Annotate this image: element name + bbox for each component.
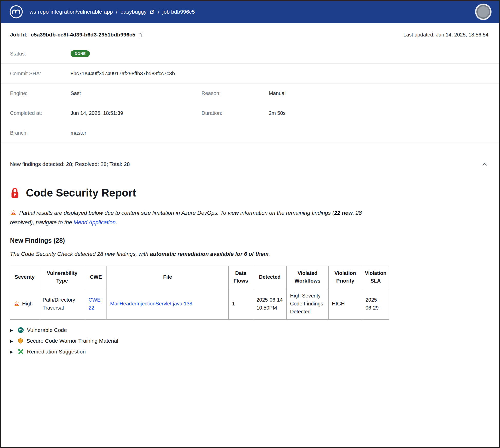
vulnerable-code-icon	[18, 327, 24, 333]
file-cell: MailHeaderInjectionServlet.java:138	[107, 288, 229, 320]
findings-header-row: Severity Vulnerability Type CWE File Dat…	[10, 266, 389, 288]
expander-label: Remediation Suggestion	[27, 349, 86, 355]
field-row-commit: Commit SHA: 8bc71e449ff3d749917af298ffb3…	[1, 64, 499, 83]
triangle-right-icon: ▶	[10, 339, 15, 343]
job-id-value: c5a39bdb-ce8f-4d39-b6d3-2951bdb996c5	[31, 32, 135, 38]
triangle-right-icon: ▶	[10, 350, 15, 354]
detected-text-suffix: .	[268, 251, 270, 257]
violation-sla-cell: 2025-06-29	[362, 288, 389, 320]
expander-label: Secure Code Warrior Training Material	[26, 338, 118, 344]
expander-vulnerable-code[interactable]: ▶ Vulnerable Code	[10, 325, 489, 335]
mend-application-link[interactable]: Mend Application	[73, 219, 116, 226]
external-link-icon[interactable]	[150, 9, 155, 14]
header-file: File	[107, 266, 229, 288]
breadcrumb-separator: /	[116, 9, 118, 15]
findings-summary-text: New findings detected: 28; Resolved: 28;…	[10, 161, 130, 167]
expander-remediation-suggestion[interactable]: ▶ Remediation Suggestion	[10, 346, 489, 357]
job-id: Job Id: c5a39bdb-ce8f-4d39-b6d3-2951bdb9…	[10, 32, 144, 38]
partial-results-note: Partial results are displayed below due …	[10, 209, 385, 227]
header-violation-sla: Violation SLA	[362, 266, 389, 288]
table-row: High Path/Directory Traversal CWE-22 Mai…	[10, 288, 389, 320]
expander-label: Vulnerable Code	[27, 327, 67, 333]
job-header: Job Id: c5a39bdb-ce8f-4d39-b6d3-2951bdb9…	[1, 23, 499, 44]
chevron-up-icon[interactable]	[482, 162, 487, 166]
header-detected: Detected	[253, 266, 287, 288]
field-row-engine-reason: Engine: Sast Reason: Manual	[1, 83, 499, 103]
partial-text-suffix: .	[116, 219, 117, 226]
breadcrumb-project[interactable]: easybuggy	[120, 9, 147, 15]
header-cwe: CWE	[85, 266, 107, 288]
commit-sha-label: Commit SHA:	[10, 71, 71, 77]
status-badge: DONE	[71, 50, 90, 57]
findings-table: Severity Vulnerability Type CWE File Dat…	[10, 266, 389, 320]
duration-label: Duration:	[201, 110, 269, 116]
engine-label: Engine:	[10, 90, 71, 96]
data-flows-cell: 1	[229, 288, 253, 320]
partial-text-bold: 22 new	[334, 210, 353, 216]
last-updated: Last updated: Jun 14, 2025, 18:56:54	[403, 32, 488, 38]
detected-text-bold: automatic remediation available for 6 of…	[150, 251, 268, 257]
job-fields: Status: DONE Commit SHA: 8bc71e449ff3d74…	[1, 44, 499, 143]
new-findings-heading: New Findings (28)	[10, 237, 489, 244]
job-id-label: Job Id:	[10, 32, 28, 38]
field-row-completed-duration: Completed at: Jun 14, 2025, 18:51:39 Dur…	[1, 103, 499, 123]
shield-icon	[18, 338, 23, 344]
mend-logo-icon[interactable]	[9, 5, 23, 19]
completed-at-value: Jun 14, 2025, 18:51:39	[71, 110, 201, 116]
copy-icon[interactable]	[138, 32, 144, 38]
status-label: Status:	[10, 51, 71, 57]
field-row-branch: Branch: master	[1, 123, 499, 143]
field-row-status: Status: DONE	[1, 44, 499, 64]
cwe-link[interactable]: CWE-22	[89, 297, 102, 311]
header-severity: Severity	[10, 266, 39, 288]
siren-icon	[14, 301, 20, 307]
code-security-report: Code Security Report Partial results are…	[1, 175, 499, 367]
breadcrumb-separator: /	[158, 9, 159, 15]
finding-detail-expanders: ▶ Vulnerable Code ▶	[10, 325, 489, 357]
report-title: Code Security Report	[10, 187, 489, 199]
vulnerability-type-cell: Path/Directory Traversal	[39, 288, 85, 320]
breadcrumb-job: job bdb996c5	[162, 9, 195, 15]
breadcrumb: ws-repo-integration/vulnerable-app / eas…	[30, 9, 195, 15]
cwe-cell: CWE-22	[85, 288, 107, 320]
branch-value: master	[71, 130, 499, 136]
header-violation-priority: Violation Priority	[329, 266, 362, 288]
branch-label: Branch:	[10, 130, 71, 136]
header-vulnerability-type: Vulnerability Type	[39, 266, 85, 288]
findings-summary-bar: New findings detected: 28; Resolved: 28;…	[1, 153, 499, 175]
page: ws-repo-integration/vulnerable-app / eas…	[0, 0, 500, 448]
severity-value: High	[22, 300, 33, 308]
commit-sha-value: 8bc71e449ff3d749917af298ffb37bd83fcc7c3b	[71, 71, 499, 77]
triangle-right-icon: ▶	[10, 328, 15, 332]
completed-at-label: Completed at:	[10, 110, 71, 116]
violated-workflows-cell: High Severity Code Findings Detected	[287, 288, 329, 320]
header-violated-workflows: Violated Workflows	[287, 266, 329, 288]
reason-value: Manual	[269, 90, 499, 96]
duration-value: 2m 50s	[269, 110, 499, 116]
header-data-flows: Data Flows	[229, 266, 253, 288]
siren-icon	[10, 210, 17, 218]
top-navbar: ws-repo-integration/vulnerable-app / eas…	[1, 1, 499, 23]
severity-cell: High	[10, 288, 39, 320]
file-link[interactable]: MailHeaderInjectionServlet.java:138	[110, 301, 192, 306]
detected-summary: The Code Security Check detected 28 new …	[10, 251, 489, 257]
report-title-text: Code Security Report	[26, 187, 136, 199]
detected-cell: 2025-06-14 10:50PM	[253, 288, 287, 320]
status-value: DONE	[71, 50, 90, 57]
user-avatar[interactable]	[475, 4, 492, 20]
partial-text-prefix: Partial results are displayed below due …	[19, 210, 334, 216]
lock-icon	[10, 187, 20, 199]
breadcrumb-repo[interactable]: ws-repo-integration/vulnerable-app	[30, 9, 113, 15]
violation-priority-cell: HIGH	[329, 288, 362, 320]
main-content: Job Id: c5a39bdb-ce8f-4d39-b6d3-2951bdb9…	[1, 23, 499, 367]
crossed-tools-icon	[18, 349, 24, 355]
expander-training-material[interactable]: ▶ Secure Code Warrior Training Material	[10, 335, 489, 346]
engine-value: Sast	[71, 90, 201, 96]
reason-label: Reason:	[201, 90, 269, 96]
detected-text-prefix: The Code Security Check detected 28 new …	[10, 251, 150, 257]
